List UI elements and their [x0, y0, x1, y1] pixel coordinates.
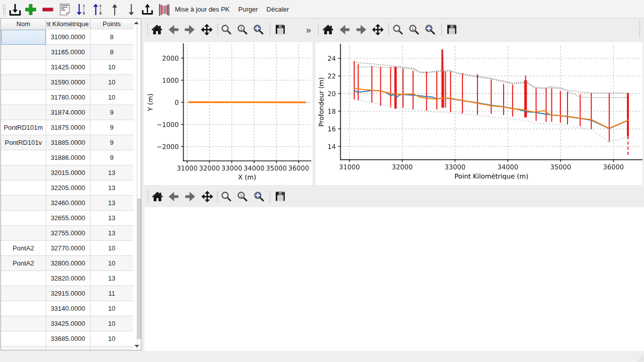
- svg-text:1: 1: [83, 3, 85, 8]
- svg-text:9: 9: [100, 11, 102, 16]
- svg-text:1: 1: [240, 193, 243, 198]
- svg-text:1: 1: [411, 26, 414, 31]
- svg-text:1: 1: [240, 26, 243, 31]
- svg-text:1: 1: [100, 3, 102, 8]
- svg-text:9: 9: [83, 11, 85, 16]
